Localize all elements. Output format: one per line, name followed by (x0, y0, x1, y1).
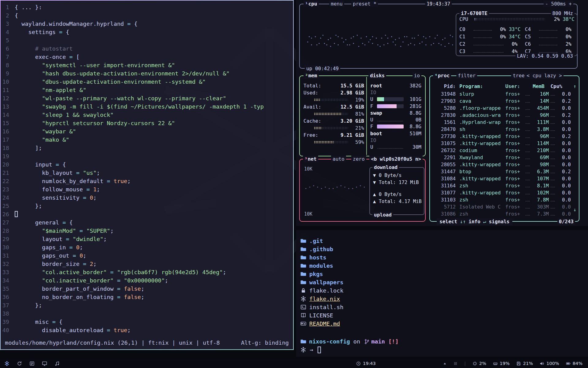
editor-line[interactable]: 23 follow_mouse = 1; (1, 185, 293, 194)
editor-line[interactable]: 4 settings = { (1, 28, 293, 36)
editor-line[interactable]: 12 "wl-paste --primary --watch wl-copy -… (1, 94, 293, 102)
editor-line[interactable]: 17 "mako &" (1, 136, 293, 144)
disk-row: U101G (370, 96, 421, 103)
editor-line[interactable]: 26 (1, 210, 293, 218)
battery-module[interactable]: 84% (566, 361, 582, 366)
btop-update-interval-control[interactable]: - 500ms + (544, 1, 573, 7)
editor-line[interactable]: 30 gaps_in = 0; (1, 243, 293, 251)
terminal-window[interactable]: .git.githubhostsmodulespkgswallpapersfla… (296, 230, 588, 357)
editor-line[interactable]: 35 border_part_of_window = false; (1, 285, 293, 293)
editor-line[interactable]: 16 "waybar &" (1, 127, 293, 136)
editor-buffer: 1{ ... }:2{3 wayland.windowManager.hyprl… (1, 3, 293, 334)
net-zero-button[interactable]: zero (351, 156, 366, 162)
editor-line[interactable]: 31 gaps_out = 0; (1, 251, 293, 260)
tray-dots-icon[interactable] (454, 362, 458, 366)
editor-line[interactable]: 3 wayland.windowManager.hyprland = { (1, 20, 293, 28)
line-number: 40 (1, 326, 15, 334)
proc-scroll-down[interactable]: ↓ (573, 207, 576, 213)
disk-row: root382G (370, 82, 421, 89)
editor-line[interactable]: 6 # autostart (1, 44, 293, 53)
volume-module[interactable]: 100% (540, 361, 559, 366)
line-number: 4 (1, 28, 15, 36)
refresh-icon (17, 361, 22, 366)
editor-line[interactable]: 7 exec-once = [ (1, 53, 293, 61)
editor-line[interactable]: 36 no_border_on_floating = false; (1, 293, 293, 301)
editor-line[interactable]: 2{ (1, 11, 293, 20)
monitor-launcher-button[interactable] (42, 361, 47, 366)
editor-line[interactable]: 38 (1, 309, 293, 318)
editor-line[interactable]: 1{ ... }: (1, 3, 293, 11)
editor-line[interactable]: 40 disable_autoreload = true; (1, 326, 293, 334)
proc-filter-button[interactable]: filter (456, 72, 477, 79)
memory-module[interactable]: 19% (493, 361, 510, 366)
editor-window[interactable]: 1{ ... }:2{3 wayland.windowManager.hyprl… (0, 0, 294, 350)
refresh-launcher-button[interactable] (17, 361, 22, 366)
process-row[interactable]: 5280.floorp-wrappefros+454M0.0 (432, 105, 571, 112)
editor-line[interactable]: 5 (1, 36, 293, 44)
editor-line[interactable]: 28 "$mainMod" = "SUPER"; (1, 227, 293, 235)
process-row[interactable]: 31164zshfros+8.1M0.0 (432, 182, 571, 189)
editor-line[interactable]: 18 ]; (1, 144, 293, 152)
process-row[interactable]: 27730.kitty-wrappedfros+96M0.2 (432, 133, 571, 140)
editor-line[interactable]: 32 border_size = 2; (1, 260, 293, 268)
proc-scroll-up[interactable]: ↑ (573, 83, 576, 89)
disks-panel-title[interactable]: disks (368, 72, 386, 79)
tray-triangle-icon[interactable] (443, 362, 447, 366)
music-launcher-button[interactable] (55, 361, 60, 366)
process-row[interactable]: 28470shfros+3.8M0.0 (432, 126, 571, 133)
net-panel-title[interactable]: ³net (303, 156, 318, 162)
editor-line[interactable]: 15 "hyprctl setcursor Nordzy-cursors 22 … (1, 119, 293, 127)
editor-line[interactable]: 11 "nm-applet &" (1, 86, 293, 94)
editor-line[interactable]: 39 misc = { (1, 318, 293, 326)
process-row[interactable]: 27830.audacious-wrafros+96M0.2 (432, 112, 571, 119)
proc-sort-selector[interactable]: < cpu lazy > (525, 72, 564, 79)
cpu-core-row: C62% (525, 40, 575, 48)
editor-line[interactable]: 21 kb_layout = "us"; (1, 169, 293, 177)
disk-module[interactable]: 21% (516, 361, 533, 366)
nixos-launcher-button[interactable] (4, 361, 9, 366)
process-row[interactable]: 31077.kitty-wrappedfros+102M0.0 (432, 189, 571, 196)
editor-line[interactable]: 14 "sleep 1 && swaylock" (1, 111, 293, 119)
editor-line[interactable]: 34 "col.inactive_border" = "0x00000000"; (1, 276, 293, 285)
proc-tree-button[interactable]: tree (511, 72, 526, 79)
process-row[interactable]: 31103zshfros+7.8M0.0 (432, 196, 571, 203)
editor-line[interactable]: 8 "systemctl --user import-environment &… (1, 61, 293, 69)
net-auto-button[interactable]: auto (331, 156, 346, 162)
editor-line[interactable]: 19 (1, 152, 293, 160)
process-row[interactable]: 1561.Hyprland-wrapfros+111M0.0 (432, 119, 571, 126)
process-row[interactable]: 31086zshfros+7.3M0.0 (432, 210, 571, 217)
btop-preset-button[interactable]: preset * (351, 1, 378, 7)
process-row[interactable]: 27903cavafros+14M0.2 (432, 98, 571, 105)
clock-module[interactable]: 19:43 (356, 359, 376, 368)
mem-panel-title[interactable]: ²mem (303, 72, 319, 79)
editor-line[interactable]: 37 }; (1, 301, 293, 309)
process-row[interactable]: 31948slurpfros+16M0.0 (432, 90, 571, 98)
cpu-module[interactable]: 2% (473, 361, 486, 366)
line-number: 24 (1, 194, 15, 202)
process-row[interactable]: 5712Isolated Web Cfros+303M0.0 (432, 203, 571, 210)
process-row[interactable]: 26732codiumfros+210M0.0 (432, 147, 571, 154)
editor-line[interactable]: 24 sensitivity = 0; (1, 194, 293, 202)
editor-line[interactable]: 9 "hash dbus-update-activation-environme… (1, 69, 293, 78)
process-row[interactable]: 28055.kitty-wrappedfros+98M0.0 (432, 161, 571, 168)
disks-io-mode-button[interactable]: io (413, 72, 421, 79)
notes-launcher-button[interactable] (29, 361, 35, 366)
download-header: download (372, 164, 399, 171)
btop-menu-button[interactable]: menu (329, 1, 344, 7)
cpu-panel-title[interactable]: ¹cpu (303, 1, 319, 7)
line-number: 15 (1, 119, 15, 127)
process-row[interactable]: 31447btopfros+6.3M0.2 (432, 168, 571, 175)
editor-line[interactable]: 29 layout = "dwindle"; (1, 235, 293, 243)
process-row[interactable]: 31084.kitty-wrappedfros+107M0.0 (432, 175, 571, 182)
editor-line[interactable]: 10 "dbus-update-activation-environment -… (1, 78, 293, 86)
editor-line[interactable]: 20 input = { (1, 160, 293, 169)
editor-line[interactable]: 25 }; (1, 202, 293, 210)
process-row[interactable]: 2291Xwaylandfros+69M0.0 (432, 154, 571, 161)
editor-line[interactable]: 27 general = { (1, 218, 293, 227)
editor-line[interactable]: 22 numlock_by_default = true; (1, 177, 293, 185)
editor-line[interactable]: 13 "swaybg -m fill -i $(find ~/Pictures/… (1, 102, 293, 111)
process-row[interactable]: 31075.kitty-wrappedfros+114M0.0 (432, 140, 571, 147)
proc-panel-title[interactable]: ⁴proc (433, 72, 451, 79)
editor-line[interactable]: 33 "col.active_border" = "rgb(cba6f7) rg… (1, 268, 293, 276)
net-device-selector[interactable]: <b wlp0s20f0u5 n> (369, 156, 423, 162)
